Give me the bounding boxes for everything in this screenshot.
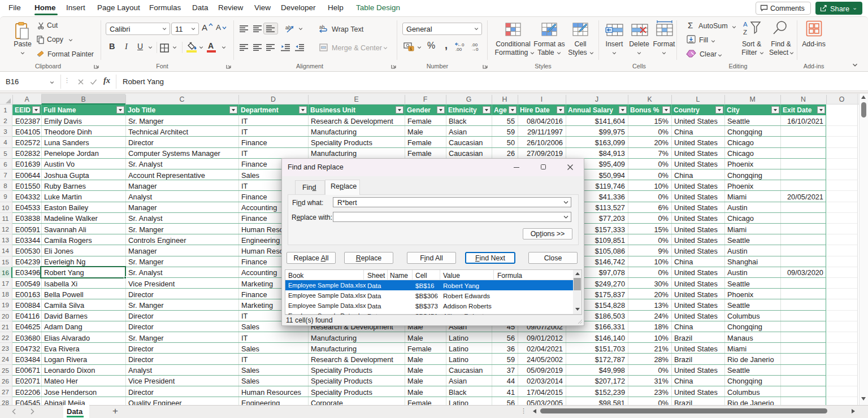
svg-text:A: A [743,21,748,28]
svg-text:$: $ [410,47,412,51]
svg-text:→0: →0 [471,47,479,51]
svg-text:.00: .00 [455,47,462,51]
svg-text:ab: ab [319,25,325,30]
svg-text:Z: Z [743,29,747,36]
